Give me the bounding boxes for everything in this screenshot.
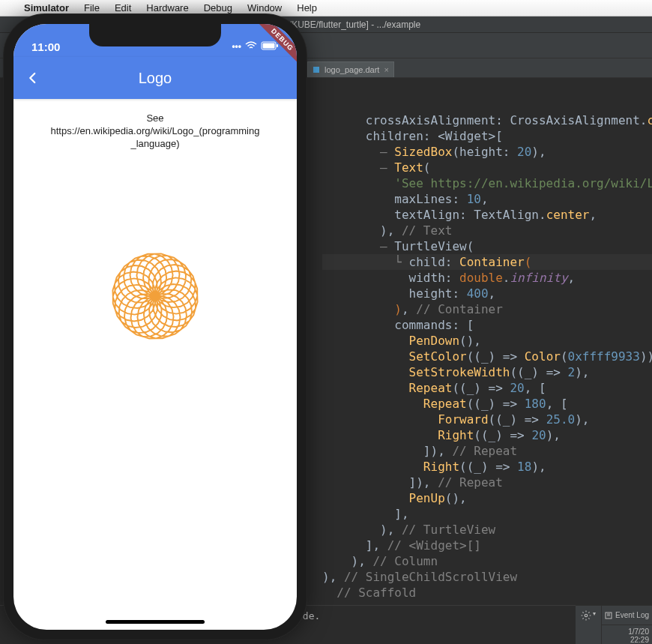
menu-debug[interactable]: Debug [196, 2, 240, 13]
back-button[interactable] [22, 67, 43, 88]
code-line: width: double.infinity, [322, 270, 652, 286]
svg-rect-7 [277, 44, 278, 47]
code-line: height: 400, [322, 286, 652, 301]
code-line: SetColor((_) => Color(0xffff9933)), [322, 349, 652, 364]
menu-edit[interactable]: Edit [107, 2, 139, 13]
home-indicator [106, 620, 205, 624]
code-line: ], // <Widget>[] [322, 538, 652, 553]
code-line: └ child: Container( [322, 254, 652, 270]
app-bar: Logo [13, 57, 297, 99]
event-log-label: Event Log [615, 611, 649, 619]
spirograph-path [112, 253, 197, 338]
appbar-title: Logo [13, 70, 297, 87]
clock-text: 22:29 [630, 636, 649, 644]
date-short: 1/7/20 [628, 628, 649, 636]
code-line: — Text( [322, 160, 652, 175]
body-text-line1: See [22, 112, 288, 125]
app-body: See https://en.wikipedia.org/wiki/Logo_(… [13, 99, 297, 431]
code-line: ), // SingleChildScrollView [322, 569, 652, 585]
status-time: 11:00 [31, 40, 60, 53]
code-line: ), // Column [322, 553, 652, 569]
code-line: children: <Widget>[ [322, 128, 652, 144]
code-line: — SizedBox(height: 20), [322, 144, 652, 160]
turtle-spirograph [28, 161, 283, 431]
menu-file[interactable]: File [76, 2, 107, 13]
code-line: ]), // Repeat [322, 443, 652, 459]
battery-icon [261, 41, 279, 52]
menu-help[interactable]: Help [289, 2, 325, 13]
menu-window[interactable]: Window [240, 2, 289, 13]
code-line: // Scaffold [322, 585, 652, 601]
code-line: ), // TurtleView [322, 522, 652, 538]
code-line: Forward((_) => 25.0), [322, 412, 652, 427]
iphone-simulator-frame: DEBUG 11:00 ••• Logo See https://en.wiki [3, 13, 307, 640]
code-line: ), // Text [322, 223, 652, 238]
tab-label: logo_page.dart [325, 65, 379, 74]
code-line: ], [322, 506, 652, 522]
event-log-button[interactable]: Event Log [602, 606, 652, 625]
code-line: SetStrokeWidth((_) => 2), [322, 364, 652, 380]
code-line: 'See https://en.wikipedia.org/wiki/Logo [322, 175, 652, 191]
code-line: textAlign: TextAlign.center, [322, 207, 652, 223]
code-line: PenUp(), [322, 490, 652, 506]
code-line: PenDown(), [322, 333, 652, 349]
code-line: crossAxisAlignment: CrossAxisAlignment.c… [322, 112, 652, 128]
dart-file-icon [313, 66, 320, 73]
code-line: ), // Container [322, 301, 652, 317]
body-text-line3: _language) [22, 138, 288, 151]
code-line: Right((_) => 18), [322, 459, 652, 475]
iphone-screen: DEBUG 11:00 ••• Logo See https://en.wiki [13, 24, 297, 630]
signal-dots-icon: ••• [232, 41, 241, 52]
wifi-icon [245, 41, 257, 52]
iphone-notch [89, 24, 221, 46]
chevron-left-icon [26, 71, 40, 85]
svg-point-1 [585, 614, 588, 617]
code-line: — TurtleView( [322, 238, 652, 254]
body-text-line2: https://en.wikipedia.org/wiki/Logo_(prog… [22, 125, 288, 138]
code-line: ]), // Repeat [322, 475, 652, 490]
code-line: Right((_) => 20), [322, 427, 652, 443]
svg-marker-0 [313, 67, 319, 73]
chevron-down-icon[interactable]: ▾ [593, 610, 596, 617]
code-line: Repeat((_) => 20, [ [322, 380, 652, 396]
menu-hardware[interactable]: Hardware [139, 2, 196, 13]
svg-rect-6 [263, 43, 275, 48]
code-line: commands: [ [322, 317, 652, 333]
editor-tab-logo-page[interactable]: logo_page.dart × [307, 61, 394, 77]
close-icon[interactable]: × [384, 65, 388, 74]
menu-app[interactable]: Simulator [16, 2, 76, 13]
code-line: Repeat((_) => 180, [ [322, 396, 652, 412]
gear-icon[interactable] [581, 610, 591, 624]
event-log-icon [605, 612, 612, 619]
code-line: maxLines: 10, [322, 191, 652, 207]
